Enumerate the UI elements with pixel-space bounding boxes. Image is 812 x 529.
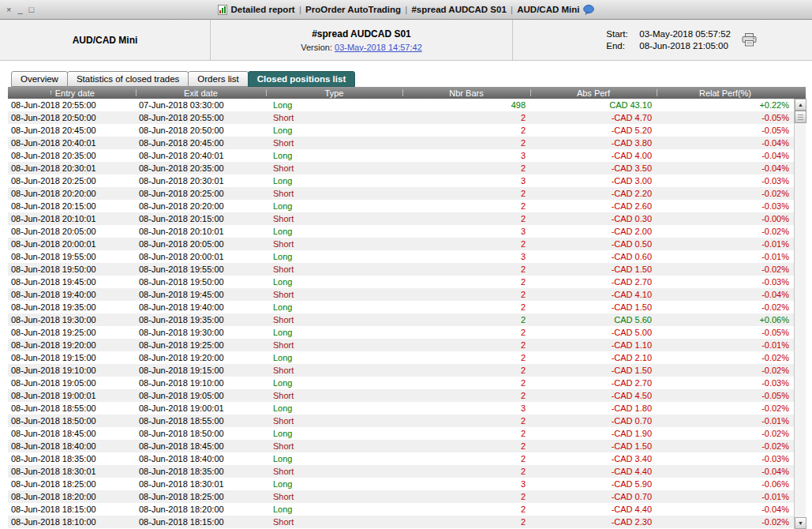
cell-exit: 08-Jun-2018 19:20:00	[136, 351, 266, 364]
table-row[interactable]: 08-Jun-2018 20:00:0108-Jun-2018 20:05:00…	[8, 238, 794, 250]
column-header-abs-perf[interactable]: Abs Perf	[530, 87, 657, 99]
tab-statistics-of-closed-trades[interactable]: Statistics of closed trades	[67, 71, 189, 87]
cell-abs: -CAD 5.20	[530, 124, 657, 137]
column-header-entry-date[interactable]: ↑Entry date	[8, 87, 136, 99]
table-row[interactable]: 08-Jun-2018 18:25:0008-Jun-2018 18:30:01…	[8, 478, 794, 490]
table-row[interactable]: 08-Jun-2018 19:50:0008-Jun-2018 19:55:00…	[8, 263, 794, 276]
cell-type: Short	[266, 465, 402, 478]
table-row[interactable]: 08-Jun-2018 19:10:0008-Jun-2018 19:15:00…	[8, 364, 794, 377]
vertical-scrollbar[interactable]: ▲ ▼	[794, 99, 806, 529]
cell-exit: 08-Jun-2018 18:25:00	[136, 490, 266, 503]
chat-bubble-icon[interactable]	[583, 5, 594, 15]
table-row[interactable]: 08-Jun-2018 20:20:0008-Jun-2018 20:25:00…	[8, 187, 794, 200]
table-row[interactable]: 08-Jun-2018 18:30:0108-Jun-2018 18:35:00…	[8, 465, 794, 478]
cell-relat: -0.04%	[657, 288, 794, 301]
cell-bars: 2	[402, 440, 530, 452]
table-row[interactable]: 08-Jun-2018 19:15:0008-Jun-2018 19:20:00…	[8, 351, 794, 364]
table-row[interactable]: 08-Jun-2018 19:55:0008-Jun-2018 20:00:01…	[8, 250, 794, 263]
table-row[interactable]: 08-Jun-2018 19:40:0008-Jun-2018 19:45:00…	[8, 288, 794, 301]
table-row[interactable]: 08-Jun-2018 19:45:0008-Jun-2018 19:50:00…	[8, 276, 794, 288]
minimize-button[interactable]: _	[17, 6, 22, 13]
cell-type: Short	[266, 516, 402, 528]
cell-bars: 2	[402, 326, 530, 339]
table-row[interactable]: 08-Jun-2018 20:40:0108-Jun-2018 20:45:00…	[8, 137, 794, 149]
cell-abs: -CAD 1.10	[530, 339, 657, 351]
tab-overview[interactable]: Overview	[11, 71, 68, 87]
table-row[interactable]: 08-Jun-2018 19:35:0008-Jun-2018 19:40:00…	[8, 301, 794, 313]
print-button[interactable]	[742, 33, 757, 47]
column-header-nbr-bars[interactable]: Nbr Bars	[402, 87, 530, 99]
cell-abs: -CAD 3.00	[530, 174, 657, 187]
cell-exit: 08-Jun-2018 20:15:00	[136, 212, 266, 225]
table-row[interactable]: 08-Jun-2018 20:50:0008-Jun-2018 20:55:00…	[8, 111, 794, 124]
cell-bars: 2	[402, 339, 530, 351]
cell-abs: -CAD 1.80	[530, 402, 657, 415]
cell-exit: 08-Jun-2018 20:40:01	[136, 149, 266, 162]
cell-type: Short	[266, 111, 402, 124]
cell-abs: -CAD 3.40	[530, 452, 657, 465]
cell-type: Short	[266, 490, 402, 503]
cell-abs: -CAD 2.70	[530, 377, 657, 389]
table-row[interactable]: 08-Jun-2018 20:30:0108-Jun-2018 20:35:00…	[8, 162, 794, 174]
table-row[interactable]: 08-Jun-2018 19:20:0008-Jun-2018 19:25:00…	[8, 339, 794, 351]
table-row[interactable]: 08-Jun-2018 20:10:0108-Jun-2018 20:15:00…	[8, 212, 794, 225]
tab-closed-positions-list[interactable]: Closed positions list	[248, 71, 355, 87]
scroll-down-button[interactable]: ▼	[795, 517, 806, 529]
cell-abs: -CAD 5.90	[530, 478, 657, 490]
cell-bars: 2	[402, 187, 530, 200]
cell-abs: -CAD 1.50	[530, 301, 657, 313]
cell-exit: 08-Jun-2018 19:15:00	[136, 364, 266, 377]
tab-bar: OverviewStatistics of closed tradesOrder…	[11, 70, 355, 87]
cell-abs: -CAD 0.60	[530, 250, 657, 263]
table-row[interactable]: 08-Jun-2018 18:50:0008-Jun-2018 18:55:00…	[8, 415, 794, 427]
cell-abs: -CAD 4.70	[530, 111, 657, 124]
table-row[interactable]: 08-Jun-2018 19:25:0008-Jun-2018 19:30:00…	[8, 326, 794, 339]
version-link[interactable]: 03-May-2018 14:57:42	[335, 43, 422, 52]
cell-entry: 08-Jun-2018 19:30:00	[8, 313, 136, 326]
cell-abs: -CAD 0.70	[530, 415, 657, 427]
cell-exit: 08-Jun-2018 20:10:01	[136, 225, 266, 238]
scroll-up-button[interactable]: ▲	[795, 99, 806, 111]
cell-entry: 08-Jun-2018 18:10:00	[8, 516, 136, 528]
cell-abs: -CAD 0.30	[530, 212, 657, 225]
table-row[interactable]: 08-Jun-2018 18:15:0008-Jun-2018 18:20:00…	[8, 503, 794, 516]
table-row[interactable]: 08-Jun-2018 20:45:0008-Jun-2018 20:50:00…	[8, 124, 794, 137]
cell-exit: 08-Jun-2018 20:55:00	[136, 111, 266, 124]
table-row[interactable]: 08-Jun-2018 20:05:0008-Jun-2018 20:10:01…	[8, 225, 794, 238]
cell-entry: 08-Jun-2018 18:15:00	[8, 503, 136, 516]
table-row[interactable]: 08-Jun-2018 19:00:0108-Jun-2018 19:05:00…	[8, 389, 794, 402]
table-row[interactable]: 08-Jun-2018 20:15:0008-Jun-2018 20:20:00…	[8, 200, 794, 212]
column-header-exit-date[interactable]: Exit date	[136, 87, 266, 99]
table-row[interactable]: 08-Jun-2018 18:35:0008-Jun-2018 18:40:00…	[8, 452, 794, 465]
close-button[interactable]: ×	[6, 6, 11, 13]
cell-entry: 08-Jun-2018 18:20:00	[8, 490, 136, 503]
cell-abs: -CAD 1.50	[530, 263, 657, 276]
column-header-type[interactable]: Type	[266, 87, 402, 99]
table-row[interactable]: 08-Jun-2018 19:05:0008-Jun-2018 19:10:00…	[8, 377, 794, 389]
start-row: Start: 03-May-2018 05:57:52	[606, 28, 731, 40]
table-row[interactable]: 08-Jun-2018 18:40:0008-Jun-2018 18:45:00…	[8, 440, 794, 452]
table-row[interactable]: 08-Jun-2018 20:55:0007-Jun-2018 03:30:00…	[8, 99, 794, 111]
table-row[interactable]: 08-Jun-2018 18:55:0008-Jun-2018 19:00:01…	[8, 402, 794, 415]
table-row[interactable]: 08-Jun-2018 20:25:0008-Jun-2018 20:30:01…	[8, 174, 794, 187]
column-header-relat-perf[interactable]: Relat Perf(%)	[657, 87, 794, 99]
table-row[interactable]: 08-Jun-2018 20:35:0008-Jun-2018 20:40:01…	[8, 149, 794, 162]
cell-relat: -0.02%	[657, 427, 794, 440]
column-header-label: Entry date	[55, 88, 95, 98]
cell-entry: 08-Jun-2018 19:15:00	[8, 351, 136, 364]
end-row: End: 08-Jun-2018 21:05:00	[606, 40, 731, 52]
cell-type: Long	[266, 124, 402, 137]
cell-type: Long	[266, 351, 402, 364]
cell-abs: -CAD 1.50	[530, 364, 657, 377]
cell-bars: 3	[402, 402, 530, 415]
cell-entry: 08-Jun-2018 18:50:00	[8, 415, 136, 427]
scrollbar-thumb[interactable]	[795, 111, 806, 123]
table-row[interactable]: 08-Jun-2018 18:20:0008-Jun-2018 18:25:00…	[8, 490, 794, 503]
cell-type: Short	[266, 389, 402, 402]
maximize-button[interactable]: □	[29, 6, 35, 13]
instrument-panel: AUD/CAD Mini	[0, 20, 211, 60]
table-row[interactable]: 08-Jun-2018 19:30:0008-Jun-2018 19:35:00…	[8, 313, 794, 326]
tab-orders-list[interactable]: Orders list	[188, 71, 248, 87]
table-row[interactable]: 08-Jun-2018 18:45:0008-Jun-2018 18:50:00…	[8, 427, 794, 440]
table-row[interactable]: 08-Jun-2018 18:10:0008-Jun-2018 18:15:00…	[8, 516, 794, 528]
